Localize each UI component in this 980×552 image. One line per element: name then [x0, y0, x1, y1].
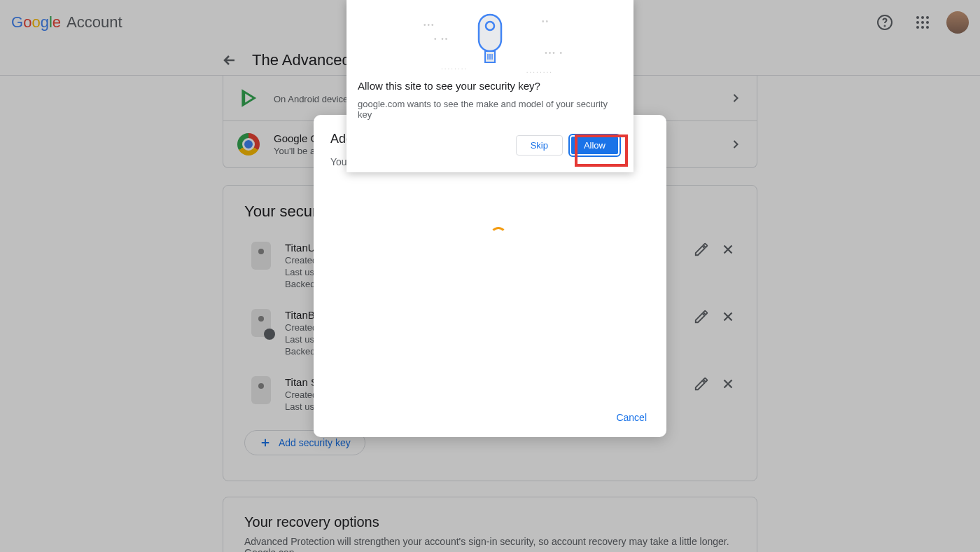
- allow-button[interactable]: Allow: [570, 135, 620, 156]
- permission-title: Allow this site to see your security key…: [358, 80, 622, 92]
- cancel-button[interactable]: Cancel: [616, 412, 647, 423]
- permission-dialog: ••• • •• •• ••• • ........ ........ Allo…: [346, 0, 634, 172]
- skip-button[interactable]: Skip: [516, 135, 563, 156]
- spinner-icon: [490, 227, 507, 244]
- svg-rect-11: [479, 15, 501, 51]
- permission-desc: google.com wants to see the make and mod…: [358, 99, 622, 120]
- security-key-illustration: ••• • •• •• ••• • ........ ........: [346, 0, 634, 77]
